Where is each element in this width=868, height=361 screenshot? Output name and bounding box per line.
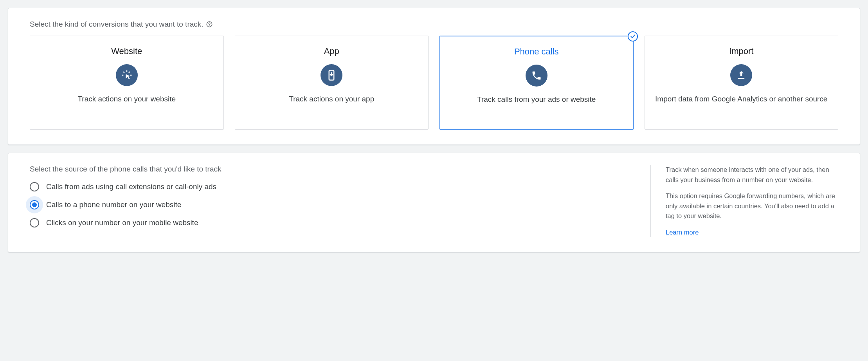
conversion-kind-tiles: Website Track actions on your website Ap… [30,36,838,130]
learn-more-link[interactable]: Learn more [666,227,699,238]
radio-calls-to-website-number[interactable]: Calls to a phone number on your website [30,200,631,209]
phone-source-card: Select the source of the phone calls tha… [8,153,860,253]
radio-label: Calls from ads using call extensions or … [46,182,216,191]
phone-source-radio-group: Calls from ads using call extensions or … [30,182,631,227]
radio-label: Calls to a phone number on your website [46,200,181,209]
radio-label: Clicks on your number on your mobile web… [46,218,198,227]
conversion-kind-heading-text: Select the kind of conversions that you … [30,20,203,29]
tile-title: Import [729,46,753,56]
conversion-kind-heading: Select the kind of conversions that you … [30,20,838,29]
tile-desc: Track calls from your ads or website [477,95,596,104]
tile-title: App [324,46,339,56]
tile-website[interactable]: Website Track actions on your website [30,36,224,130]
svg-point-1 [209,25,209,26]
phone-icon [526,65,547,87]
check-icon [628,31,638,42]
phone-source-info-panel: Track when someone interacts with one of… [650,165,838,237]
upload-icon [730,64,752,86]
radio-icon [30,182,39,191]
radio-icon [30,218,39,227]
help-icon[interactable] [206,21,213,28]
radio-icon [30,200,39,209]
info-paragraph-2: This option requires Google forwarding n… [666,191,838,221]
phone-source-heading: Select the source of the phone calls tha… [30,165,631,173]
tile-title: Website [111,46,142,56]
info-paragraph-1: Track when someone interacts with one of… [666,165,838,185]
tile-desc: Import data from Google Analytics or ano… [655,95,827,103]
tile-import[interactable]: Import Import data from Google Analytics… [645,36,839,130]
click-icon [116,64,138,86]
tile-desc: Track actions on your app [289,95,374,103]
phone-source-heading-text: Select the source of the phone calls tha… [30,165,221,173]
radio-calls-from-ads[interactable]: Calls from ads using call extensions or … [30,182,631,191]
radio-clicks-on-mobile-number[interactable]: Clicks on your number on your mobile web… [30,218,631,227]
tile-desc: Track actions on your website [77,95,176,103]
tile-title: Phone calls [514,47,559,57]
app-icon [321,64,342,86]
tile-app[interactable]: App Track actions on your app [235,36,429,130]
tile-phone-calls[interactable]: Phone calls Track calls from your ads or… [439,36,634,130]
conversion-kind-card: Select the kind of conversions that you … [8,8,860,145]
